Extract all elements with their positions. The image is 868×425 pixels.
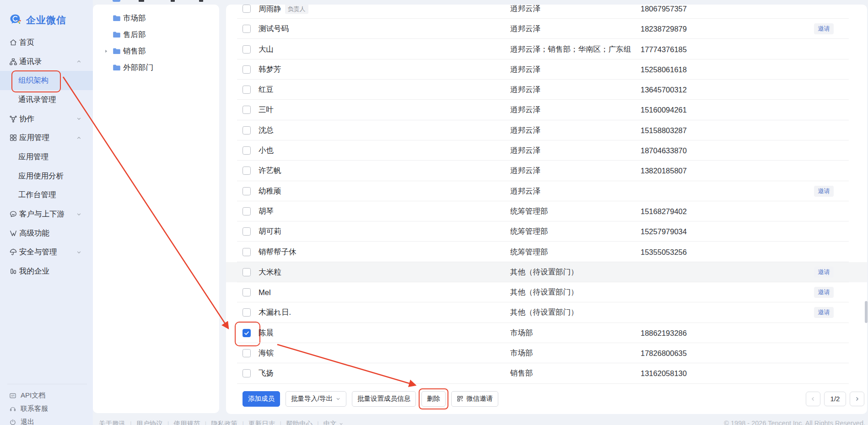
app-logo[interactable]: 企业微信 — [9, 13, 66, 27]
footer-link[interactable]: 隐私政策 — [211, 420, 237, 425]
wechat-invite-label: 微信邀请 — [466, 394, 493, 403]
sidebar-item-my-company[interactable]: 我的企业 — [0, 262, 93, 281]
row-checkbox[interactable] — [243, 308, 251, 317]
tree-item-external[interactable]: 外部部门 — [93, 59, 219, 76]
member-departments: 逍邦云泽 — [510, 166, 540, 176]
customer-icon — [9, 210, 17, 218]
member-phone: 18862193286 — [641, 328, 687, 337]
sidebar-item-label: 应用管理 — [18, 152, 49, 162]
chevron-down-icon — [76, 116, 82, 122]
footer-link[interactable]: 用户协议 — [136, 420, 163, 425]
member-name: 胡琴 — [259, 206, 274, 216]
member-name: Mel — [259, 288, 271, 297]
footer-link[interactable]: 帮助中心 — [286, 420, 313, 425]
footer-link[interactable]: 使用规范 — [174, 420, 200, 425]
sidebar-item-label: 客户与上下游 — [19, 209, 65, 219]
sidebar-item-org-structure[interactable]: 组织架构 — [0, 71, 93, 90]
row-checkbox[interactable] — [243, 207, 251, 215]
row-checkbox[interactable] — [243, 187, 251, 195]
delete-button[interactable]: 删除 — [421, 391, 446, 407]
member-phone: 18067957357 — [641, 5, 687, 13]
footer-link[interactable]: 更新日志 — [248, 420, 275, 425]
row-checkbox[interactable] — [243, 268, 251, 276]
sidebar-item-contacts-management[interactable]: 通讯录管理 — [0, 90, 93, 109]
member-name: 韩梦芳 — [259, 65, 281, 75]
batch-set-member-info-button[interactable]: 批量设置成员信息 — [352, 391, 416, 407]
row-checkbox[interactable] — [243, 45, 251, 54]
member-departments: 逍邦云泽 — [510, 65, 540, 75]
member-row: 周雨静 负责人 逍邦云泽 18067957357 — [226, 5, 867, 19]
row-checkbox[interactable] — [243, 369, 251, 377]
row-checkbox[interactable] — [243, 86, 251, 94]
caret-right-icon[interactable] — [103, 48, 109, 54]
sidebar-item-label: 组织架构 — [18, 75, 49, 86]
row-checkbox[interactable] — [243, 349, 251, 357]
invite-link[interactable]: 邀请 — [814, 287, 834, 298]
member-departments: 逍邦云泽 — [510, 105, 540, 115]
sidebar-item-label: 安全与管理 — [19, 247, 57, 257]
member-phone: 17826800635 — [641, 349, 687, 358]
member-phone: 18704633870 — [641, 146, 687, 155]
sidebar-item-label: 协作 — [19, 114, 34, 124]
chevron-down-icon — [76, 211, 82, 217]
member-name: 幼稚顽 — [259, 186, 281, 196]
sidebar-item-label: 我的企业 — [19, 266, 49, 276]
department-name: 外部部门 — [123, 63, 153, 73]
row-checkbox[interactable] — [243, 65, 251, 74]
row-checkbox[interactable] — [243, 5, 251, 13]
sidebar-item-app-management[interactable]: 应用管理 — [0, 128, 93, 147]
invite-link[interactable]: 邀请 — [814, 23, 834, 34]
row-checkbox[interactable] — [243, 106, 251, 114]
prev-page-button[interactable] — [806, 392, 820, 406]
tree-item-marketing[interactable]: 市场部 — [93, 10, 219, 27]
row-checkbox[interactable] — [243, 288, 251, 296]
language-selector[interactable]: 中文 — [323, 420, 344, 425]
sidebar-item-contacts[interactable]: 通讯录 — [0, 52, 93, 71]
sidebar-item-customers-upstream[interactable]: 客户与上下游 — [0, 204, 93, 224]
department-tree-panel: 市场部 售后部 销售部 外部部门 — [93, 5, 219, 413]
row-checkbox[interactable] — [243, 126, 251, 134]
row-checkbox[interactable] — [243, 329, 251, 337]
row-checkbox[interactable] — [243, 25, 251, 33]
sidebar-item-home[interactable]: 首页 — [0, 33, 93, 52]
tree-item-after-sales[interactable]: 售后部 — [93, 27, 219, 43]
footer-link[interactable]: 关于腾讯 — [99, 420, 125, 425]
member-row: 陈晨 市场部 18862193286 — [226, 323, 867, 343]
folder-icon — [112, 63, 121, 72]
sidebar-item-label: 工作台管理 — [18, 190, 56, 200]
sidebar-item-api-docs[interactable]: API API文档 — [0, 389, 93, 402]
member-name: 小也 — [259, 145, 274, 156]
sidebar-item-workbench-management[interactable]: 工作台管理 — [0, 186, 93, 205]
row-checkbox[interactable] — [243, 167, 251, 175]
home-icon — [9, 38, 17, 47]
row-checkbox[interactable] — [243, 146, 251, 155]
invite-link[interactable]: 邀请 — [814, 267, 834, 278]
headset-icon — [9, 405, 16, 413]
vertical-scrollbar-thumb[interactable] — [865, 301, 868, 323]
wechat-invite-button[interactable]: 微信邀请 — [451, 391, 498, 407]
import-export-button[interactable]: 批量导入/导出 — [286, 391, 346, 407]
member-row: 销帮帮子休 统筹管理部 15355053256 — [226, 242, 867, 262]
sidebar-item-collaboration[interactable]: 协作 — [0, 109, 93, 129]
member-row: 胡琴 统筹管理部 15168279402 — [226, 201, 867, 221]
invite-link[interactable]: 邀请 — [814, 307, 834, 318]
chevron-down-icon — [339, 421, 344, 425]
member-phone: 17774376185 — [641, 45, 687, 54]
sidebar-item-app-usage-analysis[interactable]: 应用使用分析 — [0, 167, 93, 186]
add-member-button[interactable]: 添加成员 — [243, 391, 280, 407]
member-toolbar: 添加成员 批量导入/导出 批量设置成员信息 删除 — [226, 384, 867, 414]
row-checkbox[interactable] — [243, 227, 251, 236]
page-indicator[interactable]: 1/2 — [824, 392, 846, 406]
member-row: 韩梦芳 逍邦云泽 15258061618 — [226, 59, 867, 80]
member-departments: 其他（待设置部门） — [510, 307, 578, 317]
sidebar-item-advanced-features[interactable]: 高级功能 — [0, 224, 93, 243]
invite-link[interactable]: 邀请 — [814, 186, 834, 197]
sidebar-item-label: 通讯录管理 — [18, 95, 56, 105]
member-name: 测试号码 — [259, 24, 289, 34]
tree-item-sales[interactable]: 销售部 — [93, 43, 219, 59]
next-page-button[interactable] — [850, 392, 864, 406]
sidebar-item-app-management-sub[interactable]: 应用管理 — [0, 147, 93, 167]
sidebar-item-contact-support[interactable]: 联系客服 — [0, 402, 93, 415]
row-checkbox[interactable] — [243, 248, 251, 256]
sidebar-item-security-management[interactable]: 安全与管理 — [0, 243, 93, 262]
